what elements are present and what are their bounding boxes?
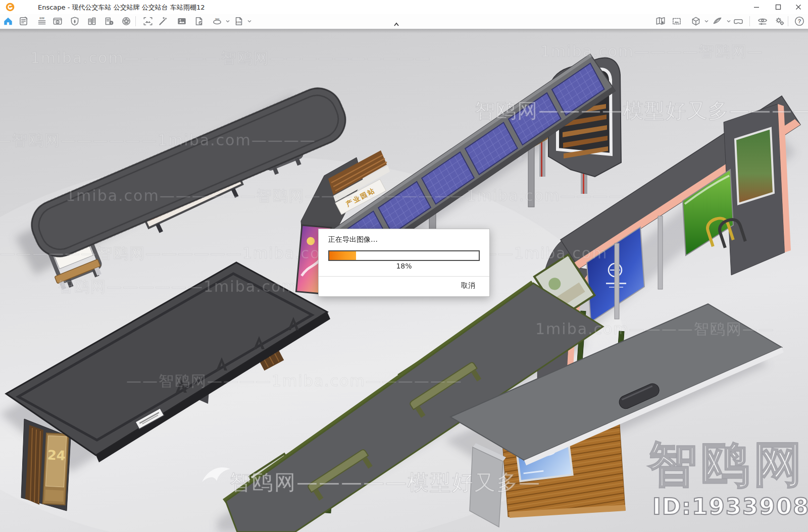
window-title: Enscape - 现代公交车站 公交站牌 公交站台 车站雨棚12 [38,3,205,12]
svg-text:EXE: EXE [236,21,242,24]
fly-mode-wing-icon[interactable] [712,16,723,27]
panorama-gallery-icon[interactable] [671,16,682,27]
dialog-title: 正在导出图像… [328,235,378,244]
title-bar: Enscape - 现代公交车站 公交站牌 公交站台 车站雨棚12 [0,0,808,14]
progress-bar [328,250,480,261]
progress-fill [329,251,356,260]
sign-24: 24 [43,433,69,505]
vr-headset-icon[interactable] [733,16,744,27]
visual-settings-icon[interactable] [757,16,768,27]
main-toolbar: BIM 360 EXE [0,14,808,29]
toolbar-separator [749,16,750,26]
panorama-360-icon[interactable]: 360 [212,16,223,27]
map-icon[interactable] [655,16,666,27]
home-icon[interactable] [3,16,14,27]
toolbar-separator [135,16,136,26]
orthographic-cube-icon[interactable] [690,16,701,27]
fly-dropdown-icon[interactable] [725,18,732,25]
view-management-icon[interactable] [52,16,63,27]
close-button[interactable] [789,1,807,13]
magic-edit-icon[interactable] [158,16,169,27]
buildings-icon[interactable] [86,16,97,27]
collapse-toolbar-icon[interactable] [392,21,401,27]
dialog-divider [319,276,489,277]
general-settings-icon[interactable] [774,16,785,27]
cube-dropdown-icon[interactable] [703,18,710,25]
quality-shield-icon[interactable] [69,16,80,27]
landscape-poster [735,128,774,204]
minimize-button[interactable] [747,1,766,13]
progress-percent-label: 18% [319,262,489,270]
panorama-dropdown-icon[interactable] [224,18,231,25]
svg-text:BIM: BIM [39,17,44,20]
export-exe-icon[interactable]: EXE [233,16,244,27]
maximize-button[interactable] [769,1,787,13]
enscape-window: Enscape - 现代公交车站 公交站牌 公交站台 车站雨棚12 BIM [0,0,808,532]
svg-text:360: 360 [215,18,220,21]
svg-text:24: 24 [47,447,66,463]
render-video-icon[interactable] [121,16,132,27]
building-energy-icon[interactable] [104,16,115,27]
render-document-icon[interactable] [193,16,205,27]
export-progress-dialog: 正在导出图像… 18% 取消 [318,229,490,297]
help-icon[interactable]: ? [794,16,805,27]
notes-icon[interactable] [18,16,29,27]
exe-dropdown-icon[interactable] [246,18,253,25]
cancel-button[interactable]: 取消 [458,280,478,292]
toolbar-separator [788,16,788,26]
screenshot-icon[interactable] [142,16,154,27]
enscape-logo-icon [5,2,15,12]
svg-text:?: ? [798,18,801,24]
bim-assets-icon[interactable]: BIM [36,16,47,27]
render-image-icon[interactable] [176,16,187,27]
